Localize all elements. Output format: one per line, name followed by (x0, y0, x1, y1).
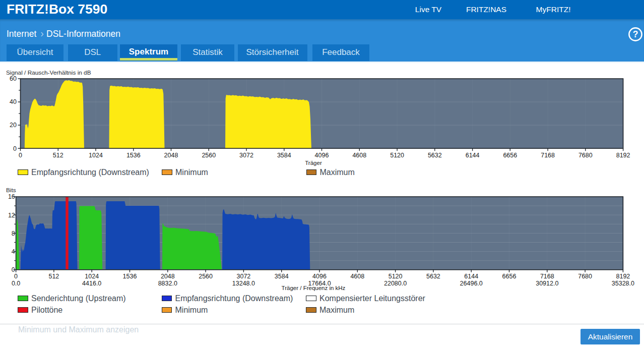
svg-text:16: 16 (8, 193, 15, 200)
svg-text:7680: 7680 (578, 152, 593, 159)
svg-text:2560: 2560 (202, 152, 216, 159)
svg-text:12: 12 (8, 212, 15, 219)
svg-text:4608: 4608 (352, 152, 366, 159)
svg-text:60: 60 (10, 75, 17, 82)
svg-text:Träger: Träger (305, 160, 322, 166)
svg-text:13248.0: 13248.0 (232, 280, 255, 287)
svg-text:26496.0: 26496.0 (460, 280, 483, 287)
svg-text:3072: 3072 (236, 273, 250, 280)
svg-text:0: 0 (19, 152, 22, 159)
svg-text:2048: 2048 (164, 152, 178, 159)
svg-text:5632: 5632 (428, 152, 442, 159)
svg-text:5120: 5120 (389, 273, 403, 280)
svg-text:40: 40 (10, 98, 17, 105)
svg-text:4096: 4096 (312, 273, 327, 280)
svg-text:3584: 3584 (277, 152, 291, 159)
svg-text:1536: 1536 (123, 273, 137, 280)
svg-text:4096: 4096 (315, 152, 329, 159)
svg-text:3072: 3072 (239, 152, 253, 159)
svg-text:8832.0: 8832.0 (158, 280, 177, 287)
svg-text:Träger / Frequenz in kHz: Träger / Frequenz in kHz (282, 285, 346, 291)
svg-text:7168: 7168 (541, 152, 555, 159)
svg-text:7680: 7680 (578, 273, 592, 280)
svg-text:0.0: 0.0 (12, 280, 20, 287)
svg-text:0: 0 (13, 145, 17, 152)
svg-text:1536: 1536 (126, 152, 141, 159)
svg-text:1024: 1024 (85, 273, 99, 280)
svg-text:5632: 5632 (426, 273, 440, 280)
svg-text:4: 4 (12, 248, 15, 255)
svg-text:1024: 1024 (89, 152, 103, 159)
svg-text:6656: 6656 (503, 152, 517, 159)
svg-text:6144: 6144 (466, 152, 480, 159)
svg-text:512: 512 (53, 152, 63, 159)
svg-text:30912.0: 30912.0 (536, 280, 558, 287)
svg-text:4416.0: 4416.0 (82, 280, 101, 287)
svg-text:8192: 8192 (616, 273, 630, 280)
svg-text:4608: 4608 (350, 273, 364, 280)
svg-text:0: 0 (12, 266, 15, 273)
svg-text:?: ? (633, 29, 638, 39)
svg-text:3584: 3584 (275, 273, 289, 280)
svg-text:8192: 8192 (616, 152, 630, 159)
svg-text:6144: 6144 (464, 273, 478, 280)
svg-text:512: 512 (48, 273, 59, 280)
svg-text:5120: 5120 (390, 152, 404, 159)
svg-text:6656: 6656 (502, 273, 517, 280)
svg-text:35328.0: 35328.0 (612, 280, 634, 287)
svg-text:22080.0: 22080.0 (384, 280, 407, 287)
svg-text:20: 20 (10, 122, 17, 129)
svg-text:7168: 7168 (540, 273, 554, 280)
svg-text:2560: 2560 (199, 273, 213, 280)
svg-text:0: 0 (14, 273, 18, 280)
svg-text:8: 8 (12, 230, 15, 237)
svg-text:2048: 2048 (161, 273, 175, 280)
